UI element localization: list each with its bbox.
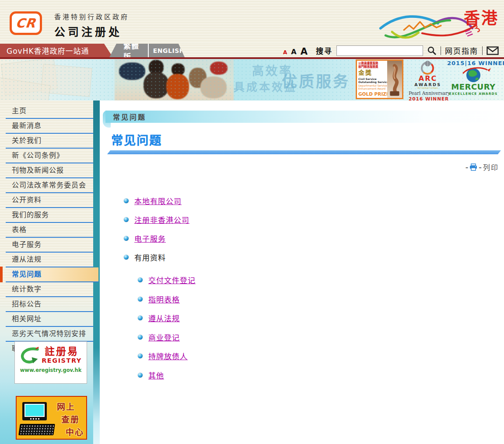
page: CR 香港特别行政区政府 公司注册处 香港 GovHK香港政府一站通 <box>0 0 504 444</box>
breadcrumb: 常见问题 <box>113 111 146 122</box>
award-en-line1: Civil Service <box>358 77 387 81</box>
list-item: 有用资料 <box>124 251 196 263</box>
award-cn-line1: 公務員優質服務 <box>358 62 387 65</box>
sidebar-item-statistics[interactable]: 统计数字 <box>6 282 93 297</box>
banner-office-photo <box>115 59 234 101</box>
divider <box>441 46 441 55</box>
sublink-compliance[interactable]: 遵从法规 <box>148 312 180 323</box>
bullet-icon <box>138 354 143 358</box>
govhk-link[interactable]: GovHK香港政府一站通 <box>0 44 113 57</box>
arc-label: ARC <box>409 75 447 82</box>
osc-label-2: 查册 <box>61 413 80 425</box>
divider <box>482 46 483 55</box>
font-size-small-button[interactable]: A <box>283 49 287 56</box>
award-gold-label: 金獎 <box>358 69 387 77</box>
sublink-licensed-money-lenders[interactable]: 持牌放债人 <box>148 350 188 361</box>
eregistry-en-label: REGISTRY <box>42 357 82 364</box>
sidebar-item-tenders[interactable]: 招标公告 <box>6 297 93 312</box>
computer-keyboard-icon <box>18 424 55 435</box>
search-label: 搜寻 <box>316 45 332 56</box>
sidebar-item-home[interactable]: 主页 <box>6 104 93 119</box>
mail-icon[interactable] <box>486 46 499 55</box>
font-size-medium-button[interactable]: A <box>291 48 296 56</box>
arc-logo-icon <box>420 62 436 71</box>
tab-divider <box>148 44 149 57</box>
sidebar-menu: 主页 最新消息 关於我们 新《公司条例》 刊物及新闻公报 公司法改革常务委员会 … <box>6 104 93 356</box>
sidebar-item-services[interactable]: 我们的服务 <box>6 208 93 223</box>
sidebar-item-bad-weather[interactable]: 恶劣天气情况特别安排 <box>6 327 93 342</box>
mercury-name-label: MERCURY <box>447 83 500 91</box>
main-content: 常见问题 常见问题 - - 列印 本地有限公司 注册非香港公司 <box>100 101 504 444</box>
government-title-block: 香港特别行政区政府 公司注册处 <box>54 12 129 39</box>
link-eservices[interactable]: 电子服务 <box>134 233 166 244</box>
breadcrumb-bar: 常见问题 <box>105 111 504 123</box>
sidebar: 主页 最新消息 关於我们 新《公司条例》 刊物及新闻公报 公司法改革常务委员会 … <box>0 101 100 444</box>
sidebar-item-ordinance[interactable]: 新《公司条例》 <box>6 149 93 163</box>
site-header: CR 香港特别行政区政府 公司注册处 香港 <box>0 0 504 44</box>
faq-sub-list: 交付文件登记 指明表格 遵从法规 商业登记 持牌放债人 <box>138 274 196 381</box>
award-en-line3: Departmental Service <box>358 84 387 87</box>
printer-icon <box>469 163 477 171</box>
govhk-label: GovHK香港政府一站通 <box>7 45 89 56</box>
bullet-icon <box>124 217 129 222</box>
award-en-line4: Enhancement Award <box>358 87 387 90</box>
sidebar-item-about[interactable]: 关於我们 <box>6 134 93 149</box>
cr-logo-text: CR <box>15 16 36 31</box>
bullet-icon <box>124 255 129 260</box>
trophy-icon <box>387 61 402 98</box>
print-button[interactable]: - - 列印 <box>466 162 499 172</box>
award-prize-label: GOLD PRIZE <box>358 91 387 97</box>
sublink-registration-of-documents[interactable]: 交付文件登记 <box>148 274 196 285</box>
eregistry-e-icon <box>20 346 40 364</box>
top-navbar: GovHK香港政府一站通 繁體版 ENGLISH A A A 搜寻 网页指南 <box>0 44 504 57</box>
useful-info-label: 有用资料 <box>134 252 166 263</box>
brand-hongkong-logo: 香港 <box>373 2 502 44</box>
sidebar-item-public-info[interactable]: 公开资料 <box>6 193 93 208</box>
banner: 高效率 优质服务 具成本效益 公務員優質服務 部門精進服務獎 金獎 Civil … <box>0 59 504 101</box>
list-item: 交付文件登记 <box>138 274 196 286</box>
link-non-hk-companies[interactable]: 注册非香港公司 <box>134 214 189 225</box>
bullet-icon <box>138 297 143 302</box>
nav-tools: A A A 搜寻 网页指南 <box>283 44 499 57</box>
government-title: 香港特别行政区政府 <box>54 12 129 21</box>
sidebar-item-related-links[interactable]: 相关网址 <box>6 312 93 327</box>
sidebar-item-faq-active[interactable]: 常见问题 <box>6 267 98 282</box>
sidebar-item-eservices[interactable]: 电子服务 <box>6 238 93 253</box>
sublink-others[interactable]: 其他 <box>148 370 164 381</box>
sublink-business-registration[interactable]: 商业登记 <box>148 332 180 343</box>
arc-awards-label: AWARDS <box>409 82 447 87</box>
award-en-line2: Outstanding Service <box>358 80 387 84</box>
print-label: 列印 <box>483 162 499 172</box>
arc-winner-label: 2016 WINNER <box>409 96 447 101</box>
bullet-icon <box>138 316 143 320</box>
online-search-centre-banner[interactable]: 网上 查册 中心 <box>16 396 87 440</box>
search-icon[interactable] <box>427 46 437 56</box>
font-size-large-button[interactable]: A <box>301 46 308 57</box>
sublink-specified-forms[interactable]: 指明表格 <box>148 294 180 305</box>
list-item: 本地有限公司 <box>124 195 196 207</box>
eregistry-url: www.eregistry.gov.hk <box>15 367 87 373</box>
sidebar-item-sccLR[interactable]: 公司法改革常务委员会 <box>6 178 93 193</box>
site-guide-link[interactable]: 网页指南 <box>445 45 478 56</box>
mercury-sub-label: EXCELLENCE AWARDS <box>447 92 500 96</box>
department-title: 公司注册处 <box>54 23 129 39</box>
bullet-icon <box>138 278 143 282</box>
sidebar-item-news[interactable]: 最新消息 <box>6 119 93 134</box>
tab-english[interactable]: ENGLISH <box>153 47 185 54</box>
list-item: 指明表格 <box>138 293 196 305</box>
list-item: 其他 <box>138 369 196 381</box>
award-gold-prize-badge: 公務員優質服務 部門精進服務獎 金獎 Civil Service Outstan… <box>356 59 403 99</box>
faq-category-list: 本地有限公司 注册非香港公司 电子服务 有用资料 交付文件登记 <box>124 195 196 388</box>
search-input[interactable] <box>336 45 423 56</box>
cr-logo: CR <box>10 11 42 35</box>
sidebar-item-forms[interactable]: 表格 <box>6 223 93 238</box>
sidebar-item-publications[interactable]: 刊物及新闻公报 <box>6 163 93 178</box>
eregistry-banner[interactable]: 註册易 REGISTRY www.eregistry.gov.hk <box>14 341 87 384</box>
sidebar-item-compliance[interactable]: 遵从法规 <box>6 253 93 267</box>
osc-label-1: 网上 <box>57 400 75 412</box>
award-mercury-badge: 2015|16 WINNER MERCURY EXCELLENCE AWARDS <box>447 60 500 100</box>
bullet-icon <box>124 236 129 241</box>
link-local-companies[interactable]: 本地有限公司 <box>134 195 182 206</box>
list-item: 遵从法规 <box>138 312 196 324</box>
award-arc-badge: ARC AWARDS INTERNATIONAL Pearl Anniversa… <box>409 62 447 99</box>
